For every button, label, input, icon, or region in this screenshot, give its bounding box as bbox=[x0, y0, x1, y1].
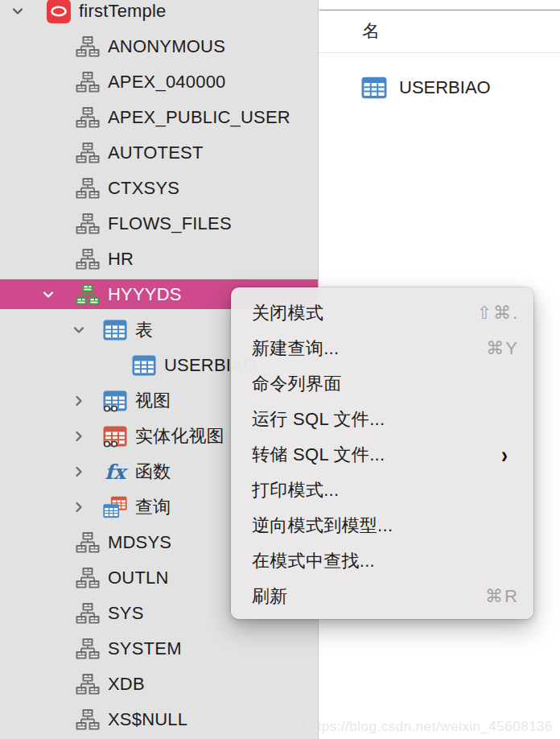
menu-item-run-sql-file[interactable]: 运行 SQL 文件... bbox=[231, 402, 533, 437]
schema-label: APEX_PUBLIC_USER bbox=[108, 107, 290, 128]
menu-label: 在模式中查找... bbox=[252, 549, 375, 573]
chevron-right-icon[interactable] bbox=[71, 499, 87, 515]
schema-icon bbox=[76, 566, 100, 590]
schema-label: APEX_040000 bbox=[108, 72, 226, 93]
schema-context-menu: 关闭模式 ⇧⌘. 新建查询... ⌘Y 命令列界面 运行 SQL 文件... 转… bbox=[231, 287, 533, 619]
folder-label: 查询 bbox=[135, 495, 171, 519]
folder-label: 函数 bbox=[135, 460, 171, 484]
chevron-right-icon[interactable] bbox=[71, 393, 87, 409]
chevron-right-icon[interactable] bbox=[71, 464, 87, 480]
chevron-down-icon[interactable] bbox=[10, 3, 26, 19]
schema-label: HR bbox=[108, 249, 134, 270]
tree-item-connection[interactable]: firstTemple bbox=[0, 0, 318, 29]
schema-icon bbox=[76, 212, 100, 236]
menu-item-close-schema[interactable]: 关闭模式 ⇧⌘. bbox=[231, 295, 533, 331]
folder-label: 表 bbox=[135, 318, 153, 342]
schema-label: FLOWS_FILES bbox=[108, 213, 232, 234]
menu-label: 打印模式... bbox=[252, 478, 339, 502]
menu-label: 新建查询... bbox=[252, 336, 339, 361]
menu-item-refresh[interactable]: 刷新 ⌘R bbox=[231, 579, 533, 614]
menu-item-reverse-schema-to-model[interactable]: 逆向模式到模型... bbox=[231, 508, 533, 543]
tree-item-schema[interactable]: HR bbox=[0, 242, 318, 277]
folder-label: 实体化视图 bbox=[135, 424, 224, 448]
menu-label: 转储 SQL 文件... bbox=[252, 443, 385, 467]
toolbar-bottom-strip bbox=[319, 0, 560, 10]
name-column-header[interactable]: 名 bbox=[362, 19, 380, 43]
schema-open-icon bbox=[76, 283, 100, 307]
schema-icon bbox=[76, 141, 100, 165]
menu-shortcut: ⇧⌘. bbox=[476, 303, 519, 324]
table-icon bbox=[361, 75, 387, 101]
schema-icon bbox=[76, 105, 100, 130]
tree-item-schema[interactable]: AUTOTEST bbox=[0, 135, 318, 171]
tree-item-schema[interactable]: APEX_PUBLIC_USER bbox=[0, 100, 318, 135]
menu-label: 刷新 bbox=[252, 584, 288, 609]
schema-label: CTXSYS bbox=[108, 178, 179, 199]
object-list-header[interactable]: 名 bbox=[319, 10, 560, 53]
chevron-right-icon[interactable] bbox=[71, 428, 87, 444]
menu-label: 关闭模式 bbox=[252, 301, 323, 325]
oracle-connection-icon bbox=[47, 0, 71, 23]
schema-icon bbox=[76, 531, 100, 555]
schema-label: AUTOTEST bbox=[108, 142, 204, 163]
menu-label: 运行 SQL 文件... bbox=[252, 407, 385, 431]
schema-icon bbox=[76, 70, 100, 94]
chevron-down-icon[interactable] bbox=[71, 322, 87, 338]
table-name: USERBIAO bbox=[399, 77, 491, 98]
schema-label: OUTLN bbox=[108, 568, 169, 588]
schema-label: ANONYMOUS bbox=[108, 36, 225, 57]
menu-label: 逆向模式到模型... bbox=[252, 514, 393, 538]
object-list-row[interactable]: USERBIAO bbox=[319, 75, 560, 101]
schema-label: SYS bbox=[108, 603, 144, 624]
schema-icon bbox=[76, 247, 100, 271]
schema-icon bbox=[76, 601, 100, 625]
schema-icon bbox=[76, 176, 100, 200]
queries-folder-icon bbox=[103, 495, 127, 519]
submenu-arrow-icon: › bbox=[501, 443, 508, 467]
schema-label: XS$NULL bbox=[108, 709, 187, 730]
menu-item-new-query[interactable]: 新建查询... ⌘Y bbox=[231, 331, 533, 366]
menu-shortcut: ⌘R bbox=[485, 586, 519, 607]
tree-item-schema[interactable]: ANONYMOUS bbox=[0, 29, 318, 64]
menu-item-find-in-schema[interactable]: 在模式中查找... bbox=[231, 543, 533, 579]
schema-label: SYSTEM bbox=[108, 638, 182, 659]
menu-shortcut: ⌘Y bbox=[486, 338, 519, 359]
schema-label: XDB bbox=[108, 674, 145, 695]
chevron-down-icon[interactable] bbox=[40, 287, 56, 303]
tree-item-schema[interactable]: FLOWS_FILES bbox=[0, 206, 318, 242]
schema-icon bbox=[76, 672, 100, 696]
materialized-views-folder-icon bbox=[103, 424, 127, 448]
schema-icon bbox=[76, 35, 100, 59]
functions-folder-icon: fx bbox=[103, 460, 127, 484]
menu-label: 命令列界面 bbox=[252, 372, 342, 396]
schema-label: HYYYDS bbox=[108, 284, 182, 305]
tree-item-schema[interactable]: CTXSYS bbox=[0, 171, 318, 206]
schema-label: MDSYS bbox=[108, 532, 171, 553]
tree-item-schema[interactable]: XS$NULL bbox=[0, 702, 318, 737]
tree-item-schema[interactable]: APEX_040000 bbox=[0, 64, 318, 100]
schema-icon bbox=[76, 708, 100, 732]
menu-item-command-line[interactable]: 命令列界面 bbox=[231, 366, 533, 402]
folder-label: 视图 bbox=[135, 389, 171, 413]
navicat-window: firstTemple ANONYMOUS APEX_040000 APEX_P… bbox=[0, 0, 560, 739]
schema-icon bbox=[76, 637, 100, 661]
tree-item-schema[interactable]: XDB bbox=[0, 667, 318, 702]
csdn-watermark: https://blog.csdn.net/weixin_45608136 bbox=[305, 719, 553, 735]
menu-item-print-schema[interactable]: 打印模式... bbox=[231, 473, 533, 508]
tables-folder-icon bbox=[103, 318, 127, 342]
tree-item-schema[interactable]: SYSTEM bbox=[0, 631, 318, 667]
views-folder-icon bbox=[103, 389, 127, 413]
table-icon bbox=[132, 353, 156, 378]
menu-item-dump-sql-file[interactable]: 转储 SQL 文件... › bbox=[231, 437, 533, 473]
connection-label: firstTemple bbox=[79, 1, 167, 22]
